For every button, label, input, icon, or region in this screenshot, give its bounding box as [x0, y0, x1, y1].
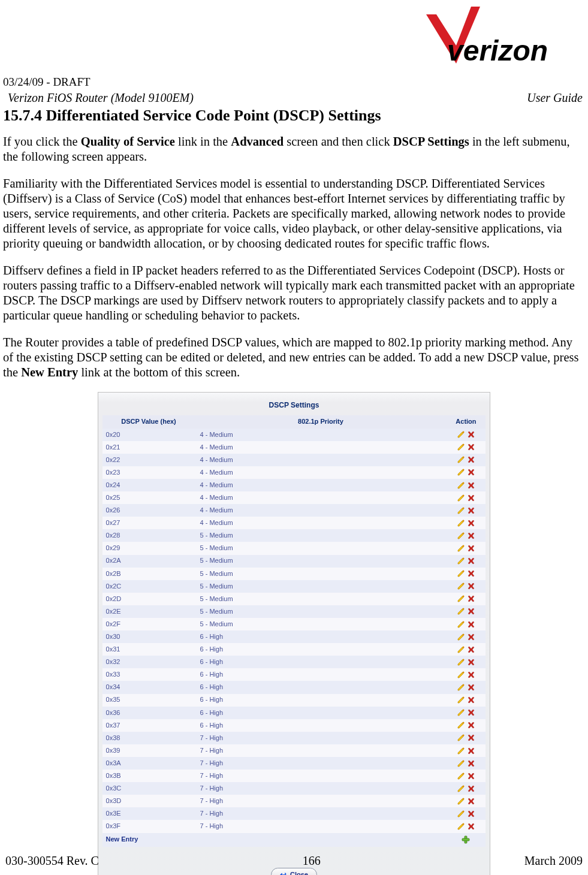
edit-icon[interactable]	[457, 671, 465, 679]
delete-icon[interactable]	[467, 468, 475, 476]
cell-dscp: 0x2C	[102, 580, 195, 593]
edit-icon[interactable]	[457, 443, 465, 451]
table-row: 0x397 - High	[102, 744, 486, 757]
delete-icon[interactable]	[467, 620, 475, 629]
delete-icon[interactable]	[467, 734, 475, 742]
edit-icon[interactable]	[457, 519, 465, 527]
table-row: 0x234 - Medium	[102, 466, 486, 479]
delete-icon[interactable]	[467, 633, 475, 641]
delete-icon[interactable]	[467, 747, 475, 755]
delete-icon[interactable]	[467, 595, 475, 603]
delete-icon[interactable]	[467, 519, 475, 527]
delete-icon[interactable]	[467, 544, 475, 553]
edit-icon[interactable]	[457, 747, 465, 755]
delete-icon[interactable]	[467, 532, 475, 540]
delete-icon[interactable]	[467, 759, 475, 768]
section-heading: 15.7.4 Differentiated Service Code Point…	[3, 106, 585, 125]
edit-icon[interactable]	[457, 785, 465, 793]
edit-icon[interactable]	[457, 734, 465, 742]
delete-icon[interactable]	[467, 443, 475, 451]
delete-icon[interactable]	[467, 721, 475, 729]
edit-icon[interactable]	[457, 797, 465, 805]
new-entry-label[interactable]: New Entry	[102, 833, 195, 847]
edit-icon[interactable]	[457, 481, 465, 490]
delete-icon[interactable]	[467, 506, 475, 515]
delete-icon[interactable]	[467, 658, 475, 666]
table-row: 0x316 - High	[102, 643, 486, 656]
delete-icon[interactable]	[467, 696, 475, 704]
delete-icon[interactable]	[467, 785, 475, 793]
col-dscp-value: DSCP Value (hex)	[102, 415, 195, 428]
edit-icon[interactable]	[457, 595, 465, 603]
cell-priority: 4 - Medium	[195, 504, 447, 517]
edit-icon[interactable]	[457, 607, 465, 615]
cell-dscp: 0x20	[102, 429, 195, 441]
product-name: Verizon FiOS Router (Model 9100EM)	[8, 90, 194, 105]
cell-dscp: 0x23	[102, 466, 195, 479]
table-row: 0x3C7 - High	[102, 782, 486, 795]
edit-icon[interactable]	[457, 430, 465, 439]
delete-icon[interactable]	[467, 683, 475, 692]
table-row: 0x346 - High	[102, 681, 486, 693]
delete-icon[interactable]	[467, 708, 475, 717]
new-entry-row[interactable]: New Entry	[102, 833, 486, 847]
delete-icon[interactable]	[467, 822, 475, 831]
page-footer: 030-300554 Rev. C 166 March 2009	[3, 853, 585, 868]
cell-dscp: 0x2F	[102, 618, 195, 630]
table-row: 0x274 - Medium	[102, 517, 486, 529]
edit-icon[interactable]	[457, 620, 465, 629]
cell-priority: 5 - Medium	[195, 580, 447, 593]
edit-icon[interactable]	[457, 772, 465, 780]
edit-icon[interactable]	[457, 683, 465, 692]
edit-icon[interactable]	[457, 557, 465, 565]
cell-dscp: 0x35	[102, 694, 195, 707]
edit-icon[interactable]	[457, 759, 465, 768]
edit-icon[interactable]	[457, 822, 465, 831]
cell-priority: 4 - Medium	[195, 441, 447, 454]
back-arrow-icon: ↩	[280, 870, 287, 875]
edit-icon[interactable]	[457, 544, 465, 553]
edit-icon[interactable]	[457, 468, 465, 476]
table-row: 0x2F5 - Medium	[102, 618, 486, 630]
delete-icon[interactable]	[467, 481, 475, 490]
edit-icon[interactable]	[457, 810, 465, 818]
edit-icon[interactable]	[457, 708, 465, 717]
footer-page: 166	[303, 853, 321, 868]
table-row: 0x376 - High	[102, 719, 486, 732]
edit-icon[interactable]	[457, 569, 465, 578]
add-icon[interactable]	[461, 835, 471, 844]
cell-dscp: 0x31	[102, 643, 195, 656]
cell-priority: 6 - High	[195, 630, 447, 643]
table-row: 0x356 - High	[102, 694, 486, 707]
delete-icon[interactable]	[467, 810, 475, 818]
table-row: 0x204 - Medium	[102, 429, 486, 441]
delete-icon[interactable]	[467, 607, 475, 615]
edit-icon[interactable]	[457, 494, 465, 502]
delete-icon[interactable]	[467, 455, 475, 464]
close-button[interactable]: ↩ Close	[271, 868, 317, 875]
delete-icon[interactable]	[467, 494, 475, 502]
delete-icon[interactable]	[467, 671, 475, 679]
delete-icon[interactable]	[467, 645, 475, 654]
table-row: 0x224 - Medium	[102, 454, 486, 466]
edit-icon[interactable]	[457, 506, 465, 515]
delete-icon[interactable]	[467, 582, 475, 590]
delete-icon[interactable]	[467, 557, 475, 565]
cell-dscp: 0x2E	[102, 605, 195, 618]
delete-icon[interactable]	[467, 797, 475, 805]
delete-icon[interactable]	[467, 430, 475, 439]
edit-icon[interactable]	[457, 532, 465, 540]
cell-priority: 5 - Medium	[195, 568, 447, 580]
edit-icon[interactable]	[457, 696, 465, 704]
cell-priority: 4 - Medium	[195, 466, 447, 479]
edit-icon[interactable]	[457, 721, 465, 729]
cell-priority: 4 - Medium	[195, 454, 447, 466]
edit-icon[interactable]	[457, 455, 465, 464]
edit-icon[interactable]	[457, 582, 465, 590]
delete-icon[interactable]	[467, 569, 475, 578]
edit-icon[interactable]	[457, 633, 465, 641]
delete-icon[interactable]	[467, 772, 475, 780]
edit-icon[interactable]	[457, 645, 465, 654]
svg-text:verizon: verizon	[447, 35, 548, 67]
edit-icon[interactable]	[457, 658, 465, 666]
